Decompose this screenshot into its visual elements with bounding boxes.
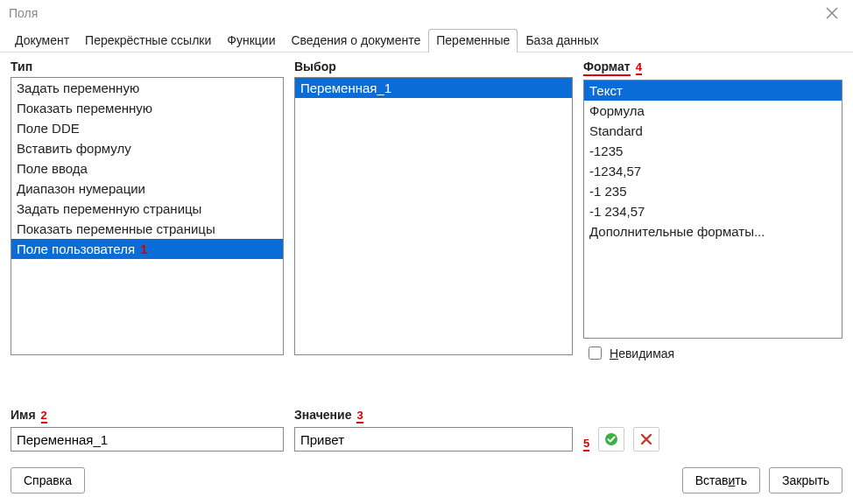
list-item[interactable]: Задать переменную: [11, 78, 283, 98]
tab[interactable]: Перекрёстные ссылки: [77, 29, 219, 52]
tab[interactable]: База данных: [518, 29, 606, 52]
invisible-checkbox-row[interactable]: Невидимая: [583, 339, 842, 362]
list-item[interactable]: -1235: [584, 141, 842, 161]
invisible-checkbox[interactable]: [589, 346, 602, 360]
select-listbox[interactable]: Переменная_1: [294, 77, 573, 355]
format-heading: Формат 4: [583, 60, 842, 78]
select-heading: Выбор: [294, 60, 573, 75]
insert-button[interactable]: Вставить: [682, 467, 760, 494]
format-listbox[interactable]: ТекстФормулаStandard-1235-1234,57-1 235-…: [583, 80, 842, 339]
annotation-5: 5: [583, 438, 589, 452]
list-item[interactable]: Поле DDE: [11, 118, 283, 138]
list-item[interactable]: Текст: [584, 80, 842, 101]
list-item[interactable]: Задать переменную страницы: [11, 199, 283, 219]
value-input[interactable]: [294, 427, 573, 452]
titlebar: Поля: [0, 0, 853, 26]
help-button[interactable]: Справка: [11, 467, 85, 494]
list-item[interactable]: Показать переменные страницы: [11, 219, 283, 239]
list-item[interactable]: Дополнительные форматы...: [584, 221, 842, 242]
tab[interactable]: Документ: [7, 29, 77, 52]
tab[interactable]: Переменные: [428, 29, 518, 52]
tab-bar: ДокументПерекрёстные ссылкиФункцииСведен…: [0, 26, 853, 52]
name-input[interactable]: [11, 427, 284, 452]
list-item[interactable]: Показать переменную: [11, 98, 283, 118]
annotation-3: 3: [356, 410, 363, 424]
close-icon[interactable]: [820, 1, 844, 25]
check-circle-icon: [604, 432, 618, 446]
list-item[interactable]: -1 235: [584, 181, 842, 201]
delete-button[interactable]: [633, 427, 659, 452]
window-title: Поля: [9, 6, 38, 20]
list-item[interactable]: Standard: [584, 121, 842, 141]
annotation-4: 4: [636, 61, 642, 75]
list-item[interactable]: Вставить формулу: [11, 138, 283, 158]
x-icon: [640, 433, 652, 445]
list-item[interactable]: Диапазон нумерации: [11, 178, 283, 199]
list-item[interactable]: Поле ввода: [11, 158, 283, 178]
list-item[interactable]: -1234,57: [584, 161, 842, 181]
invisible-label: Невидимая: [610, 346, 674, 360]
tab[interactable]: Функции: [219, 29, 283, 52]
list-item[interactable]: Поле пользователя1: [11, 239, 283, 259]
type-heading: Тип: [11, 60, 284, 75]
list-item[interactable]: -1 234,57: [584, 201, 842, 221]
apply-button[interactable]: [598, 427, 624, 452]
annotation-1: 1: [140, 242, 147, 256]
list-item[interactable]: Формула: [584, 101, 842, 121]
value-heading: Значение 3: [294, 408, 573, 424]
close-button[interactable]: Закрыть: [769, 467, 842, 494]
annotation-2: 2: [41, 410, 47, 424]
tab[interactable]: Сведения о документе: [283, 29, 428, 52]
name-heading: Имя 2: [11, 408, 284, 424]
list-item[interactable]: Переменная_1: [295, 78, 572, 98]
type-listbox[interactable]: Задать переменнуюПоказать переменнуюПоле…: [11, 77, 284, 355]
